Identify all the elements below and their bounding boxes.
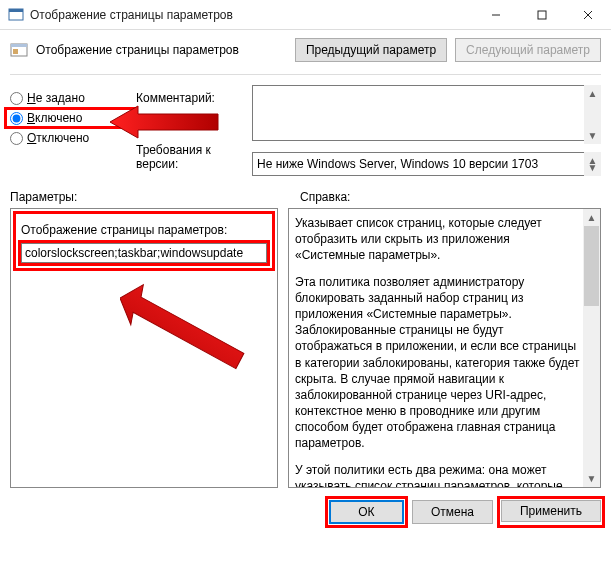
help-text: Эта политика позволяет администратору бл… — [295, 274, 582, 452]
svg-rect-3 — [538, 11, 546, 19]
radio-enabled[interactable]: Включено — [10, 111, 130, 125]
dialog-footer: ОК Отмена Применить — [0, 488, 611, 536]
state-radio-group: Не задано Включено Отключено — [10, 85, 130, 176]
comment-textarea[interactable] — [252, 85, 601, 141]
scroll-thumb[interactable] — [584, 226, 599, 306]
scroll-up-icon[interactable]: ▲ — [584, 85, 601, 102]
policy-icon — [10, 41, 28, 59]
apply-button[interactable]: Применить — [501, 500, 601, 522]
svg-rect-8 — [13, 49, 18, 54]
ok-button[interactable]: ОК — [329, 500, 404, 524]
help-text: У этой политики есть два режима: она мож… — [295, 462, 582, 488]
scrollbar[interactable]: ▲ ▼ — [584, 152, 601, 176]
scroll-down-icon[interactable]: ▼ — [583, 470, 600, 487]
help-panel: Указывает список страниц, которые следуе… — [288, 208, 601, 488]
radio-not-configured[interactable]: Не задано — [10, 91, 130, 105]
close-button[interactable] — [565, 0, 611, 30]
requirements-field: Не ниже Windows Server, Windows 10 верси… — [252, 152, 601, 176]
app-icon — [8, 7, 24, 23]
maximize-button[interactable] — [519, 0, 565, 30]
previous-setting-button[interactable]: Предыдущий параметр — [295, 38, 447, 62]
radio-not-configured-input[interactable] — [10, 92, 23, 105]
parameters-section-label: Параметры: — [10, 190, 300, 204]
scrollbar[interactable]: ▲ ▼ — [583, 209, 600, 487]
requirements-label: Требования к версии: — [136, 143, 246, 171]
comment-label: Комментарий: — [136, 91, 246, 105]
next-setting-button: Следующий параметр — [455, 38, 601, 62]
title-bar: Отображение страницы параметров — [0, 0, 611, 30]
parameters-panel: Отображение страницы параметров: — [10, 208, 278, 488]
minimize-button[interactable] — [473, 0, 519, 30]
scroll-down-icon[interactable]: ▼ — [584, 159, 601, 176]
parameter-label: Отображение страницы параметров: — [21, 223, 267, 237]
scroll-down-icon[interactable]: ▼ — [584, 127, 601, 144]
pages-visibility-input[interactable] — [21, 243, 267, 263]
svg-rect-1 — [9, 9, 23, 12]
radio-disabled-input[interactable] — [10, 132, 23, 145]
header-row: Отображение страницы параметров Предыдущ… — [0, 30, 611, 70]
svg-rect-7 — [11, 44, 27, 47]
scrollbar[interactable]: ▲ ▼ — [584, 85, 601, 144]
cancel-button[interactable]: Отмена — [412, 500, 493, 524]
radio-enabled-input[interactable] — [10, 112, 23, 125]
divider — [10, 74, 601, 75]
window-title: Отображение страницы параметров — [30, 8, 473, 22]
radio-disabled[interactable]: Отключено — [10, 131, 130, 145]
page-title: Отображение страницы параметров — [36, 43, 287, 57]
scroll-up-icon[interactable]: ▲ — [583, 209, 600, 226]
help-text: Указывает список страниц, которые следуе… — [295, 215, 582, 264]
help-section-label: Справка: — [300, 190, 350, 204]
